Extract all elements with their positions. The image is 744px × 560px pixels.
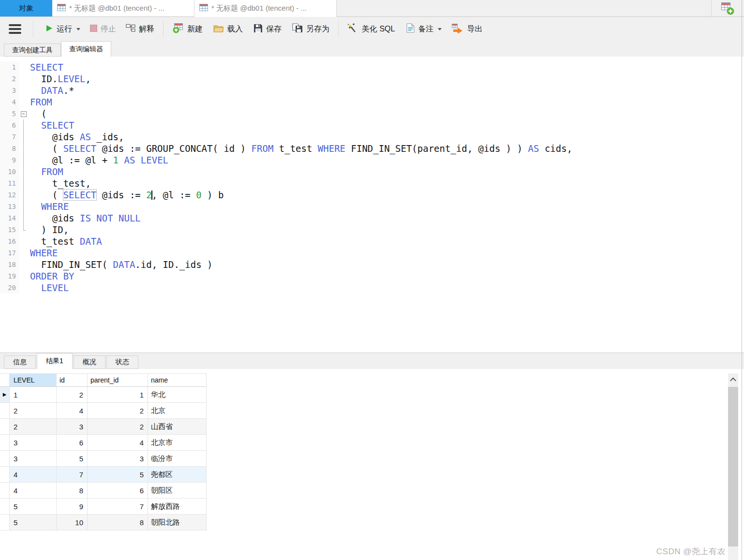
tab-query-editor[interactable]: 查询编辑器: [61, 41, 111, 57]
tab-status[interactable]: 状态: [106, 355, 138, 369]
table-row[interactable]: 597解放西路: [0, 499, 207, 515]
cell-parent_id[interactable]: 3: [88, 451, 148, 467]
column-header-parent-id[interactable]: parent_id: [88, 373, 148, 387]
cell-parent_id[interactable]: 6: [88, 483, 148, 499]
run-dropdown-icon[interactable]: [76, 28, 80, 30]
cell-id[interactable]: 5: [57, 451, 88, 467]
row-selector[interactable]: [0, 435, 10, 451]
code-line[interactable]: 10 FROM: [0, 166, 744, 177]
new-tab-button[interactable]: [721, 2, 735, 15]
table-row[interactable]: 353临汾市: [0, 451, 207, 467]
grid-corner-cell[interactable]: [0, 373, 10, 387]
comment-button[interactable]: 备注: [402, 20, 446, 38]
code-line[interactable]: 19ORDER BY: [0, 270, 744, 282]
table-row[interactable]: 232山西省: [0, 419, 207, 435]
column-header-name[interactable]: name: [148, 373, 207, 387]
cell-LEVEL[interactable]: 4: [10, 467, 57, 483]
cell-id[interactable]: 9: [57, 499, 88, 515]
code-line[interactable]: 4FROM: [0, 96, 744, 108]
tab-profile[interactable]: 概况: [74, 355, 105, 369]
code-line[interactable]: 14 @ids IS NOT NULL: [0, 212, 744, 224]
export-button[interactable]: 导出: [447, 20, 486, 38]
cell-name[interactable]: 山西省: [148, 419, 207, 435]
sql-editor[interactable]: 1SELECT2 ID.LEVEL,3 DATA.*4FROM5 (6 SELE…: [0, 57, 744, 353]
tab-query-2[interactable]: * 无标题 @db01 (tencent) - ...: [194, 0, 337, 17]
table-row[interactable]: 364北京市: [0, 435, 207, 451]
tab-query-builder[interactable]: 查询创建工具: [4, 44, 61, 57]
table-row[interactable]: 486朝阳区: [0, 483, 207, 499]
table-row[interactable]: 475尧都区: [0, 467, 207, 483]
cell-id[interactable]: 2: [57, 387, 88, 403]
new-button[interactable]: 新建: [168, 20, 207, 38]
cell-parent_id[interactable]: 1: [88, 387, 148, 403]
code-line[interactable]: 7 @ids AS _ids,: [0, 131, 744, 143]
cell-name[interactable]: 朝阳北路: [148, 515, 207, 531]
cell-name[interactable]: 北京市: [148, 435, 207, 451]
tab-info[interactable]: 信息: [4, 355, 36, 369]
menu-button[interactable]: [9, 24, 21, 34]
cell-name[interactable]: 朝阳区: [148, 483, 207, 499]
cell-id[interactable]: 3: [57, 419, 88, 435]
row-selector[interactable]: [0, 403, 10, 419]
row-selector[interactable]: ▶: [0, 387, 10, 403]
tab-query-1[interactable]: * 无标题 @db01 (tencent) - ...: [52, 0, 194, 17]
cell-name[interactable]: 北京: [148, 403, 207, 419]
table-row[interactable]: 5108朝阳北路: [0, 515, 207, 531]
scrollbar-thumb[interactable]: [728, 387, 738, 546]
code-line[interactable]: 18 FIND_IN_SET( DATA.id, ID._ids ): [0, 259, 744, 270]
cell-id[interactable]: 6: [57, 435, 88, 451]
cell-LEVEL[interactable]: 1: [10, 387, 57, 403]
code-line[interactable]: 2 ID.LEVEL,: [0, 73, 744, 85]
code-line[interactable]: 13 WHERE: [0, 201, 744, 212]
row-selector[interactable]: [0, 483, 10, 499]
run-button[interactable]: 运行: [41, 21, 84, 37]
code-line[interactable]: 9 @l := @l + 1 AS LEVEL: [0, 154, 744, 166]
cell-LEVEL[interactable]: 4: [10, 483, 57, 499]
cell-parent_id[interactable]: 5: [88, 467, 148, 483]
save-as-button[interactable]: 另存为: [288, 20, 333, 38]
code-line[interactable]: 20 LEVEL: [0, 282, 744, 294]
table-row[interactable]: ▶121华北: [0, 387, 207, 403]
row-selector[interactable]: [0, 419, 10, 435]
cell-id[interactable]: 4: [57, 403, 88, 419]
cell-parent_id[interactable]: 4: [88, 435, 148, 451]
code-line[interactable]: 11 t_test,: [0, 177, 744, 189]
cell-id[interactable]: 7: [57, 467, 88, 483]
code-line[interactable]: 16 t_test DATA: [0, 236, 744, 247]
results-scrollbar[interactable]: [728, 373, 738, 560]
cell-parent_id[interactable]: 8: [88, 515, 148, 531]
cell-parent_id[interactable]: 7: [88, 499, 148, 515]
beautify-sql-button[interactable]: 美化 SQL: [343, 20, 399, 38]
row-selector[interactable]: [0, 515, 10, 531]
row-selector[interactable]: [0, 499, 10, 515]
code-line[interactable]: 17WHERE: [0, 247, 744, 259]
code-line[interactable]: 5 (: [0, 108, 744, 119]
cell-name[interactable]: 临汾市: [148, 451, 207, 467]
code-line[interactable]: 1SELECT: [0, 61, 744, 73]
cell-id[interactable]: 10: [57, 515, 88, 531]
cell-LEVEL[interactable]: 2: [10, 403, 57, 419]
column-header-id[interactable]: id: [57, 373, 88, 387]
cell-LEVEL[interactable]: 3: [10, 435, 57, 451]
code-line[interactable]: 6 SELECT: [0, 119, 744, 131]
cell-name[interactable]: 解放西路: [148, 499, 207, 515]
cell-LEVEL[interactable]: 3: [10, 451, 57, 467]
scrollbar-up-button[interactable]: [728, 373, 738, 386]
load-button[interactable]: 载入: [209, 21, 247, 37]
fold-toggle-icon[interactable]: [19, 108, 28, 119]
code-line[interactable]: 15 ) ID,: [0, 224, 744, 236]
table-row[interactable]: 242北京: [0, 403, 207, 419]
row-selector[interactable]: [0, 467, 10, 483]
column-header-level[interactable]: LEVEL: [10, 373, 57, 387]
cell-parent_id[interactable]: 2: [88, 419, 148, 435]
code-line[interactable]: 3 DATA.*: [0, 85, 744, 96]
code-line[interactable]: 12 ( SELECT @ids := 2, @l := 0 ) b: [0, 189, 744, 201]
save-button[interactable]: 保存: [250, 21, 285, 38]
comment-dropdown-icon[interactable]: [438, 28, 442, 30]
cell-name[interactable]: 尧都区: [148, 467, 207, 483]
row-selector[interactable]: [0, 451, 10, 467]
code-line[interactable]: 8 ( SELECT @ids := GROUP_CONCAT( id ) FR…: [0, 143, 744, 154]
cell-LEVEL[interactable]: 5: [10, 499, 57, 515]
tab-result-1[interactable]: 结果1: [37, 353, 73, 369]
explain-button[interactable]: 解释: [122, 21, 158, 37]
